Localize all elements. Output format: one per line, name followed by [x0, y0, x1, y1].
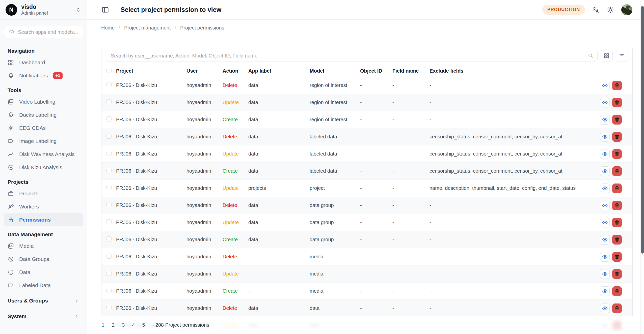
row-checkbox[interactable]: [106, 288, 112, 293]
delete-button[interactable]: [612, 166, 622, 176]
sidebar-group-system[interactable]: System: [4, 310, 83, 323]
list-search-input[interactable]: [106, 50, 598, 62]
sidebar-item-label: Data Groups: [19, 256, 49, 262]
sidebar-item-ducks-labelling[interactable]: Ducks Labelling: [4, 108, 83, 122]
delete-button[interactable]: [612, 252, 622, 262]
row-checkbox[interactable]: [106, 116, 112, 122]
workspace-header[interactable]: N visdo Admin panel: [0, 0, 87, 20]
sidebar-group-users-groups[interactable]: Users & Groups: [4, 294, 83, 308]
sidebar-item-data[interactable]: Data: [4, 266, 83, 279]
delete-button[interactable]: [612, 115, 622, 125]
theme-toggle-button[interactable]: [607, 6, 614, 14]
sidebar-item-projects[interactable]: Projects: [4, 187, 83, 200]
delete-button[interactable]: [612, 269, 622, 279]
cell-object-id: -: [360, 134, 392, 140]
page-link-1[interactable]: 1: [102, 322, 104, 328]
workspace-switcher-icon[interactable]: [75, 7, 82, 13]
row-checkbox[interactable]: [106, 151, 112, 156]
row-checkbox[interactable]: [106, 82, 112, 87]
sidebar: N visdo Admin panel NavigationDashboardN…: [0, 0, 87, 334]
view-button[interactable]: [600, 166, 610, 176]
cell-model: data group: [310, 220, 360, 225]
view-button[interactable]: [600, 269, 610, 279]
user-avatar[interactable]: [621, 4, 632, 15]
sidebar-item-data-groups[interactable]: Data Groups: [4, 253, 83, 266]
cell-action: Update: [223, 100, 248, 105]
delete-button[interactable]: [612, 132, 622, 142]
delete-button[interactable]: [612, 235, 622, 245]
row-checkbox[interactable]: [106, 305, 112, 310]
delete-button[interactable]: [612, 218, 622, 227]
page-link-5[interactable]: 5: [142, 322, 145, 328]
sidebar-item-permissions[interactable]: Permissions: [4, 213, 83, 226]
page-link-2[interactable]: 2: [112, 322, 115, 328]
page-link-3[interactable]: 3: [122, 322, 125, 328]
page-link-4[interactable]: 4: [132, 322, 135, 328]
table-body: PRJ06 - Disk-KizuhoyaadminDeletedataregi…: [101, 77, 632, 334]
view-button[interactable]: [600, 98, 610, 107]
select-all-checkbox[interactable]: [106, 68, 112, 73]
eye-icon: [602, 82, 608, 88]
sidebar-item-label: Workers: [19, 204, 39, 210]
row-checkbox[interactable]: [106, 168, 112, 173]
row-checkbox[interactable]: [106, 236, 112, 241]
view-button[interactable]: [600, 115, 610, 125]
delete-button[interactable]: [612, 98, 622, 107]
row-checkbox[interactable]: [106, 99, 112, 104]
columns-button[interactable]: [601, 50, 613, 62]
row-checkbox[interactable]: [106, 271, 112, 276]
sidebar-item-notifications[interactable]: Notifications+1: [4, 69, 83, 82]
view-button[interactable]: [600, 252, 610, 262]
view-button[interactable]: [600, 218, 610, 227]
delete-button[interactable]: [612, 81, 622, 90]
cell-action: Update: [223, 271, 248, 277]
delete-button[interactable]: [612, 201, 622, 210]
delete-button[interactable]: [612, 303, 622, 313]
sidebar-toggle-button[interactable]: [101, 6, 109, 14]
cell-app-label: data: [248, 168, 310, 174]
view-button[interactable]: [600, 81, 610, 90]
sidebar-item-image-labelling[interactable]: Image Labelling: [4, 135, 83, 148]
sidebar-item-dashboard[interactable]: Dashboard: [4, 56, 83, 69]
cell-project: PRJ06 - Disk-Kizu: [116, 168, 186, 174]
view-button[interactable]: [600, 201, 610, 210]
page-title: Select project permission to view: [121, 6, 221, 13]
row-actions: [595, 166, 627, 176]
sidebar-item-video-labelling[interactable]: Video Labelling: [4, 95, 83, 108]
breadcrumb-home[interactable]: Home: [101, 25, 115, 31]
filter-button[interactable]: [616, 50, 628, 62]
row-checkbox[interactable]: [106, 185, 112, 190]
view-button[interactable]: [600, 235, 610, 245]
sidebar-item-labeled-data[interactable]: Labeled Data: [4, 279, 83, 292]
sidebar-search-input[interactable]: [18, 29, 85, 35]
sidebar-item-eeg-cdas[interactable]: EEG CDAs: [4, 122, 83, 135]
admin-screen: N visdo Admin panel NavigationDashboardN…: [0, 0, 644, 334]
row-checkbox[interactable]: [106, 254, 112, 259]
cell-field-name: -: [392, 254, 430, 260]
view-button[interactable]: [600, 286, 610, 296]
delete-button[interactable]: [612, 149, 622, 159]
list-search: [106, 50, 598, 62]
sidebar-item-label: Media: [19, 243, 34, 249]
table-row: PRJ06 - Disk-KizuhoyaadminDeletedatadata…: [101, 197, 632, 214]
view-button[interactable]: [600, 184, 610, 193]
sidebar-item-media[interactable]: Media: [4, 239, 83, 253]
delete-button[interactable]: [612, 286, 622, 296]
row-checkbox[interactable]: [106, 202, 112, 207]
breadcrumb-project-management[interactable]: Project management: [124, 25, 171, 31]
sidebar-item-disk-waviness-analysis[interactable]: Disk Waviness Analysis: [4, 148, 83, 161]
trend-icon: [8, 151, 14, 158]
view-button[interactable]: [600, 149, 610, 159]
language-button[interactable]: [592, 6, 600, 14]
row-checkbox[interactable]: [106, 219, 112, 224]
delete-button[interactable]: [612, 184, 622, 193]
table-row: PRJ06 - Disk-KizuhoyaadminCreatedatalabe…: [101, 163, 632, 180]
view-button[interactable]: [600, 303, 610, 313]
row-actions: [595, 252, 627, 262]
row-checkbox[interactable]: [106, 134, 112, 139]
scrollbar-thumb[interactable]: [641, 6, 644, 254]
filter-icon: [619, 53, 625, 59]
sidebar-item-disk-kizu-analysis[interactable]: Disk Kizu Analysis: [4, 161, 83, 174]
view-button[interactable]: [600, 132, 610, 142]
sidebar-item-workers[interactable]: Workers: [4, 200, 83, 213]
